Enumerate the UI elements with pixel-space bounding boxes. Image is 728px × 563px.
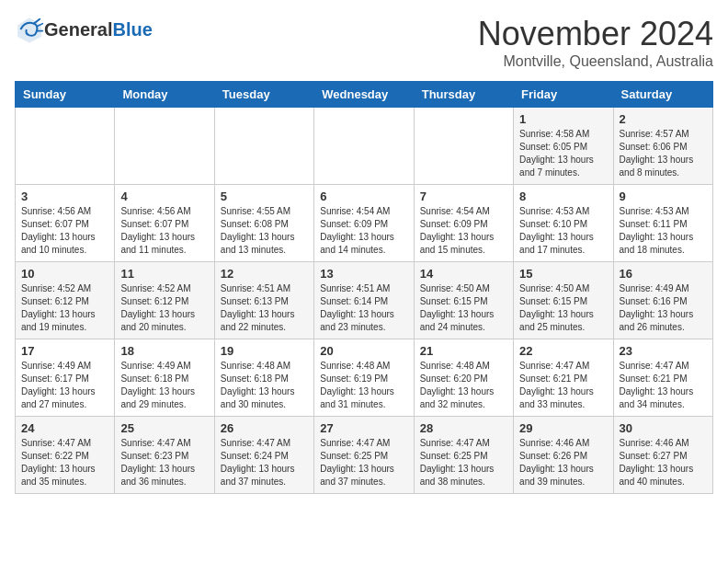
weekday-header-friday: Friday [514, 82, 613, 108]
day-number: 4 [120, 190, 208, 203]
day-info: Sunrise: 4:48 AM Sunset: 6:20 PM Dayligh… [420, 360, 507, 411]
day-number: 14 [420, 267, 507, 281]
calendar-cell: 16Sunrise: 4:49 AM Sunset: 6:16 PM Dayli… [613, 262, 712, 339]
logo-general-text: General [44, 19, 112, 40]
calendar-cell: 29Sunrise: 4:46 AM Sunset: 6:26 PM Dayli… [514, 417, 613, 494]
calendar-cell: 4Sunrise: 4:56 AM Sunset: 6:07 PM Daylig… [115, 185, 214, 262]
day-number: 16 [620, 267, 707, 281]
day-info: Sunrise: 4:51 AM Sunset: 6:13 PM Dayligh… [221, 282, 308, 334]
day-number: 10 [21, 267, 108, 281]
day-info: Sunrise: 4:58 AM Sunset: 6:05 PM Dayligh… [519, 128, 607, 179]
calendar-cell: 2Sunrise: 4:57 AM Sunset: 6:06 PM Daylig… [613, 108, 712, 185]
calendar-cell: 27Sunrise: 4:47 AM Sunset: 6:25 PM Dayli… [314, 417, 414, 494]
calendar-cell: 21Sunrise: 4:48 AM Sunset: 6:20 PM Dayli… [414, 339, 513, 417]
day-info: Sunrise: 4:47 AM Sunset: 6:21 PM Dayligh… [620, 360, 707, 411]
day-info: Sunrise: 4:52 AM Sunset: 6:12 PM Dayligh… [21, 282, 108, 334]
weekday-header-wednesday: Wednesday [314, 82, 414, 108]
calendar-cell: 8Sunrise: 4:53 AM Sunset: 6:10 PM Daylig… [514, 185, 613, 262]
calendar-cell: 9Sunrise: 4:53 AM Sunset: 6:11 PM Daylig… [613, 185, 712, 262]
weekday-header-row: SundayMondayTuesdayWednesdayThursdayFrid… [16, 82, 713, 108]
day-number: 27 [320, 421, 407, 435]
calendar-cell [16, 108, 115, 185]
calendar-cell: 17Sunrise: 4:49 AM Sunset: 6:17 PM Dayli… [16, 339, 115, 417]
calendar-week-row: 1Sunrise: 4:58 AM Sunset: 6:05 PM Daylig… [16, 108, 713, 185]
day-info: Sunrise: 4:49 AM Sunset: 6:17 PM Dayligh… [21, 360, 108, 411]
day-number: 20 [320, 344, 407, 358]
calendar-cell: 20Sunrise: 4:48 AM Sunset: 6:19 PM Dayli… [314, 339, 414, 417]
day-number: 17 [21, 344, 108, 358]
calendar-cell: 22Sunrise: 4:47 AM Sunset: 6:21 PM Dayli… [514, 339, 613, 417]
day-number: 15 [519, 267, 607, 281]
day-number: 1 [519, 112, 607, 126]
logo-icon [15, 15, 44, 44]
day-number: 21 [420, 344, 507, 358]
day-info: Sunrise: 4:47 AM Sunset: 6:21 PM Dayligh… [519, 360, 607, 411]
page-subtitle: Montville, Queensland, Australia [478, 53, 713, 70]
calendar-cell: 18Sunrise: 4:49 AM Sunset: 6:18 PM Dayli… [115, 339, 214, 417]
weekday-header-sunday: Sunday [16, 82, 115, 108]
calendar-week-row: 3Sunrise: 4:56 AM Sunset: 6:07 PM Daylig… [16, 185, 713, 262]
day-info: Sunrise: 4:49 AM Sunset: 6:18 PM Dayligh… [120, 360, 208, 411]
weekday-header-monday: Monday [115, 82, 214, 108]
calendar-table: SundayMondayTuesdayWednesdayThursdayFrid… [15, 81, 713, 494]
calendar-cell [214, 108, 313, 185]
day-info: Sunrise: 4:53 AM Sunset: 6:11 PM Dayligh… [620, 205, 707, 257]
calendar-cell [314, 108, 414, 185]
day-info: Sunrise: 4:56 AM Sunset: 6:07 PM Dayligh… [120, 205, 208, 257]
calendar-cell: 10Sunrise: 4:52 AM Sunset: 6:12 PM Dayli… [16, 262, 115, 339]
calendar-cell: 24Sunrise: 4:47 AM Sunset: 6:22 PM Dayli… [16, 417, 115, 494]
day-info: Sunrise: 4:53 AM Sunset: 6:10 PM Dayligh… [519, 205, 607, 257]
calendar-cell: 25Sunrise: 4:47 AM Sunset: 6:23 PM Dayli… [115, 417, 214, 494]
day-info: Sunrise: 4:55 AM Sunset: 6:08 PM Dayligh… [221, 205, 308, 257]
day-info: Sunrise: 4:48 AM Sunset: 6:19 PM Dayligh… [320, 360, 407, 411]
day-info: Sunrise: 4:47 AM Sunset: 6:25 PM Dayligh… [320, 437, 407, 488]
calendar-cell: 26Sunrise: 4:47 AM Sunset: 6:24 PM Dayli… [214, 417, 313, 494]
calendar-cell: 3Sunrise: 4:56 AM Sunset: 6:07 PM Daylig… [16, 185, 115, 262]
day-info: Sunrise: 4:51 AM Sunset: 6:14 PM Dayligh… [320, 282, 407, 334]
weekday-header-thursday: Thursday [414, 82, 513, 108]
day-number: 7 [420, 190, 507, 203]
page-header: GeneralBlue November 2024 Montville, Que… [15, 15, 713, 70]
calendar-cell: 5Sunrise: 4:55 AM Sunset: 6:08 PM Daylig… [214, 185, 313, 262]
day-info: Sunrise: 4:54 AM Sunset: 6:09 PM Dayligh… [320, 205, 407, 257]
calendar-cell: 23Sunrise: 4:47 AM Sunset: 6:21 PM Dayli… [613, 339, 712, 417]
calendar-cell [414, 108, 513, 185]
day-info: Sunrise: 4:54 AM Sunset: 6:09 PM Dayligh… [420, 205, 507, 257]
logo-blue-text: Blue [112, 19, 152, 40]
day-info: Sunrise: 4:49 AM Sunset: 6:16 PM Dayligh… [620, 282, 707, 334]
calendar-cell: 19Sunrise: 4:48 AM Sunset: 6:18 PM Dayli… [214, 339, 313, 417]
calendar-cell: 12Sunrise: 4:51 AM Sunset: 6:13 PM Dayli… [214, 262, 313, 339]
day-number: 6 [320, 190, 407, 203]
day-number: 3 [21, 190, 108, 203]
page-title: November 2024 [478, 15, 713, 53]
title-block: November 2024 Montville, Queensland, Aus… [478, 15, 713, 70]
day-number: 9 [620, 190, 707, 203]
calendar-cell: 30Sunrise: 4:46 AM Sunset: 6:27 PM Dayli… [613, 417, 712, 494]
day-number: 26 [221, 421, 308, 435]
calendar-cell: 1Sunrise: 4:58 AM Sunset: 6:05 PM Daylig… [514, 108, 613, 185]
day-number: 30 [620, 421, 707, 435]
day-number: 22 [519, 344, 607, 358]
day-number: 8 [519, 190, 607, 203]
day-info: Sunrise: 4:50 AM Sunset: 6:15 PM Dayligh… [420, 282, 507, 334]
day-number: 24 [21, 421, 108, 435]
day-info: Sunrise: 4:47 AM Sunset: 6:24 PM Dayligh… [221, 437, 308, 488]
calendar-week-row: 17Sunrise: 4:49 AM Sunset: 6:17 PM Dayli… [16, 339, 713, 417]
day-number: 25 [120, 421, 208, 435]
day-number: 28 [420, 421, 507, 435]
day-number: 11 [120, 267, 208, 281]
calendar-cell: 28Sunrise: 4:47 AM Sunset: 6:25 PM Dayli… [414, 417, 513, 494]
day-info: Sunrise: 4:47 AM Sunset: 6:23 PM Dayligh… [120, 437, 208, 488]
day-info: Sunrise: 4:47 AM Sunset: 6:25 PM Dayligh… [420, 437, 507, 488]
calendar-week-row: 24Sunrise: 4:47 AM Sunset: 6:22 PM Dayli… [16, 417, 713, 494]
day-number: 2 [620, 112, 707, 126]
calendar-cell: 7Sunrise: 4:54 AM Sunset: 6:09 PM Daylig… [414, 185, 513, 262]
weekday-header-saturday: Saturday [613, 82, 712, 108]
logo: GeneralBlue [15, 15, 153, 44]
day-info: Sunrise: 4:47 AM Sunset: 6:22 PM Dayligh… [21, 437, 108, 488]
day-number: 13 [320, 267, 407, 281]
day-number: 19 [221, 344, 308, 358]
calendar-cell: 11Sunrise: 4:52 AM Sunset: 6:12 PM Dayli… [115, 262, 214, 339]
calendar-cell [115, 108, 214, 185]
day-number: 23 [620, 344, 707, 358]
